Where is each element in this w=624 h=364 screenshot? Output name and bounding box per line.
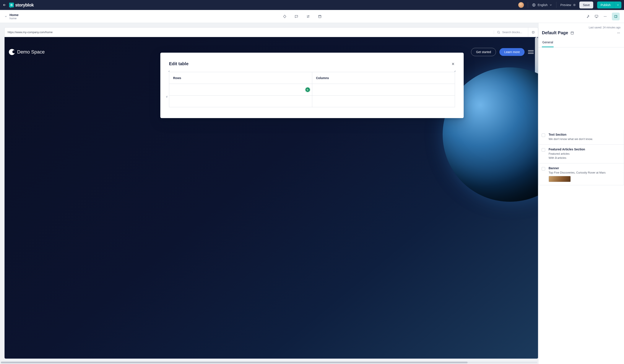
language-selector[interactable]: English (532, 3, 552, 7)
collapse-preview[interactable] (528, 27, 538, 37)
checkbox[interactable] (542, 133, 545, 137)
table-header-columns[interactable]: Columns (312, 72, 455, 84)
resize-handle[interactable]: ◢ (454, 70, 456, 72)
dots-icon (617, 31, 621, 35)
block-title: Text Section (549, 133, 620, 136)
language-label: English (538, 3, 547, 7)
publish-button[interactable]: Publish (597, 1, 614, 8)
publish-dropdown[interactable] (614, 1, 622, 8)
monitor-icon (595, 15, 598, 18)
app-header: B storyblok English Preview Save Publish (0, 0, 624, 10)
chevron-down-icon (4, 15, 7, 18)
svg-point-2 (308, 17, 308, 17)
checkbox[interactable] (542, 148, 545, 152)
block-title: Banner (549, 166, 620, 170)
logo-mark-icon: B (9, 2, 14, 7)
table-header-rows[interactable]: Rows (169, 72, 312, 84)
axe-icon (586, 15, 590, 18)
minimize-icon (531, 30, 535, 34)
modal-title: Edit table (169, 61, 188, 66)
block-card[interactable]: Featured Articles Section Featured artic… (538, 145, 624, 163)
status-dot-icon (573, 4, 575, 6)
table-cell[interactable] (312, 84, 455, 96)
close-icon (451, 62, 455, 66)
tab-general[interactable]: General (542, 38, 554, 47)
scrollbar-horizontal[interactable] (1, 362, 537, 363)
demo-brand: Demo Space (9, 49, 45, 55)
breadcrumb-text: Home home (9, 13, 19, 20)
block-subtitle: We don't know what we don't know. (549, 137, 620, 141)
brand-logo[interactable]: B storyblok (9, 2, 34, 8)
preview-label: Preview (560, 3, 571, 7)
row-handle[interactable]: ◢ (166, 96, 168, 98)
schema-link[interactable] (570, 31, 574, 35)
chevron-down-icon (616, 3, 620, 6)
build-tool[interactable] (586, 15, 590, 18)
svg-point-13 (619, 32, 620, 33)
diamond-icon (283, 15, 287, 18)
globe-icon (532, 3, 536, 7)
content-more-menu[interactable] (617, 31, 621, 35)
avatar[interactable] (518, 2, 524, 8)
content-toolbar: Home home (0, 10, 624, 23)
svg-point-7 (606, 16, 606, 16)
block-card[interactable]: Banner Top Five Discoveries, Curiosity R… (538, 163, 624, 185)
block-subtitle: Featured articles With 3 articles (549, 152, 620, 160)
search-placeholder: Search blocks... (502, 30, 522, 34)
search-icon (497, 30, 500, 34)
url-input[interactable] (4, 30, 494, 34)
demo-brand-label: Demo Space (17, 49, 45, 55)
breadcrumb[interactable]: Home home (4, 13, 19, 20)
checkbox[interactable] (542, 167, 545, 171)
url-bar: Search blocks... (4, 27, 538, 37)
block-thumbnail (549, 176, 571, 182)
table-editor[interactable]: ◢ ◢ ◢ ◢ Rows Columns G (169, 72, 455, 107)
settings-tool[interactable] (306, 15, 310, 18)
grammarly-badge-icon: G (306, 88, 310, 92)
back-button[interactable] (2, 3, 6, 7)
table-cell[interactable]: G (169, 84, 312, 96)
sliders-icon (306, 15, 310, 18)
svg-point-9 (497, 31, 499, 33)
svg-point-5 (604, 16, 604, 16)
preview-link[interactable]: Preview (560, 3, 575, 7)
block-search[interactable]: Search blocks... (494, 30, 528, 34)
table-cell[interactable] (312, 96, 455, 107)
content-type-title: Default Page (542, 30, 568, 35)
svg-rect-4 (595, 15, 598, 17)
svg-rect-8 (615, 15, 617, 18)
chevron-down-icon (549, 3, 552, 6)
page-slug: home (9, 17, 19, 20)
get-started-button[interactable]: Get started (471, 48, 496, 56)
page-title: Home (9, 13, 19, 17)
side-tabs: General (538, 38, 624, 48)
block-subtitle: Top Five Discoveries, Curiosity Rover at… (549, 171, 620, 175)
panel-toggle[interactable] (612, 13, 620, 20)
learn-more-button[interactable]: Learn more (499, 48, 524, 56)
comments-tool[interactable] (294, 15, 298, 18)
schedule-tool[interactable] (318, 15, 322, 18)
edit-table-modal: Edit table ◢ ◢ ◢ ◢ Rows Columns G (160, 53, 464, 118)
side-panel: Last saved: 24 minutes ago Default Page … (538, 23, 624, 364)
blocks-spacer (538, 48, 624, 130)
dots-icon (603, 15, 607, 18)
menu-button[interactable] (528, 50, 534, 54)
svg-rect-10 (571, 32, 573, 34)
divider (556, 2, 556, 8)
block-card[interactable]: Text Section We don't know what we don't… (538, 130, 624, 145)
more-menu[interactable] (603, 15, 607, 18)
brand-name: storyblok (15, 2, 34, 8)
comment-icon (294, 15, 298, 18)
save-button[interactable]: Save (579, 1, 593, 8)
desktop-view[interactable] (595, 15, 598, 18)
table-cell[interactable] (169, 96, 312, 107)
calendar-icon (570, 31, 574, 35)
shape-tool[interactable] (283, 15, 287, 18)
close-button[interactable] (451, 62, 455, 66)
resize-handle[interactable]: ◢ (168, 70, 170, 72)
svg-point-6 (605, 16, 605, 16)
panel-right-icon (614, 15, 618, 18)
demo-logo-icon (9, 49, 15, 55)
block-title: Featured Articles Section (549, 148, 620, 151)
svg-rect-3 (318, 15, 321, 18)
